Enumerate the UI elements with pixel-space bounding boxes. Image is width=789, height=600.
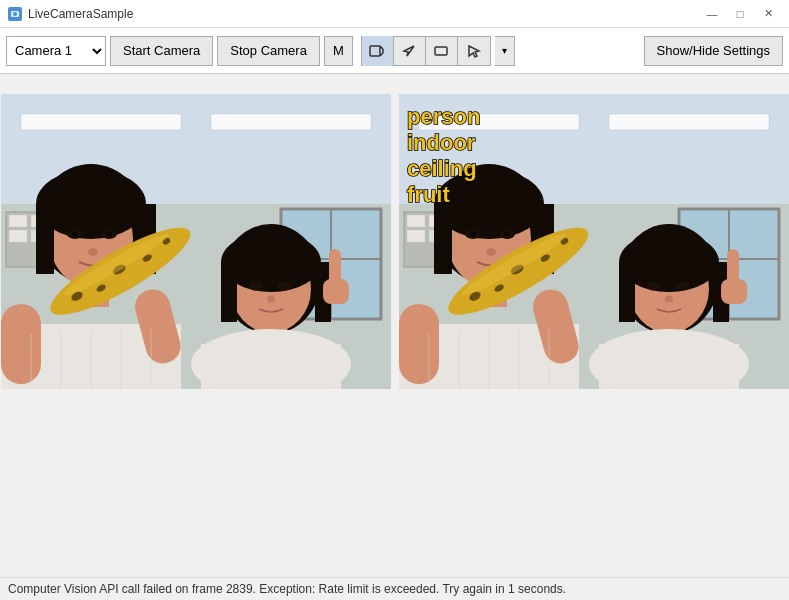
svg-rect-95: [399, 304, 439, 384]
close-button[interactable]: ✕: [755, 3, 781, 25]
svg-rect-69: [609, 114, 769, 130]
main-content: person indoor ceiling fruit: [0, 74, 789, 399]
svg-point-89: [470, 231, 476, 237]
svg-point-108: [675, 282, 689, 291]
svg-point-1: [13, 12, 17, 16]
svg-text:ceiling: ceiling: [407, 156, 477, 181]
right-camera-feed: person indoor ceiling fruit: [399, 94, 789, 389]
svg-rect-11: [21, 114, 181, 130]
left-scene-svg: [1, 94, 391, 389]
svg-point-91: [486, 248, 496, 256]
svg-rect-76: [407, 215, 425, 227]
svg-point-33: [106, 231, 112, 237]
mode-cursor-icon: [466, 43, 482, 59]
svg-rect-79: [407, 230, 425, 242]
right-scene-svg: person indoor ceiling fruit: [399, 94, 789, 389]
mode-cursor-button[interactable]: [458, 36, 490, 66]
status-bar: Computer Vision API call failed on frame…: [0, 577, 789, 600]
svg-rect-22: [9, 230, 27, 242]
svg-text:fruit: fruit: [407, 182, 450, 207]
mode-buttons-group: [361, 36, 491, 66]
svg-point-34: [88, 248, 98, 256]
svg-point-90: [504, 231, 510, 237]
toolbar: Camera 1 Camera 2 Start Camera Stop Came…: [0, 28, 789, 74]
svg-rect-85: [434, 204, 452, 274]
svg-rect-28: [36, 204, 54, 274]
svg-point-32: [72, 231, 78, 237]
mode-box-icon: [433, 43, 449, 59]
svg-point-109: [665, 296, 673, 303]
start-camera-button[interactable]: Start Camera: [110, 36, 213, 66]
svg-text:person: person: [407, 104, 480, 129]
title-bar-controls: — □ ✕: [699, 3, 781, 25]
svg-rect-12: [211, 114, 371, 130]
svg-rect-64: [323, 279, 349, 304]
mode-box-button[interactable]: [426, 36, 458, 66]
minimize-button[interactable]: —: [699, 3, 725, 25]
stop-camera-button[interactable]: Stop Camera: [217, 36, 320, 66]
svg-rect-121: [721, 279, 747, 304]
mode-tag-icon: [369, 43, 385, 59]
app-title: LiveCameraSample: [28, 7, 133, 21]
title-bar-left: LiveCameraSample: [8, 7, 133, 21]
svg-rect-19: [9, 215, 27, 227]
svg-rect-2: [370, 46, 380, 56]
more-options-button[interactable]: ▾: [495, 36, 515, 66]
camera-select[interactable]: Camera 1 Camera 2: [6, 36, 106, 66]
right-video-panel: person indoor ceiling fruit: [399, 94, 789, 389]
svg-point-107: [647, 282, 661, 291]
svg-point-51: [277, 282, 291, 291]
svg-marker-7: [469, 46, 479, 57]
status-message: Computer Vision API call failed on frame…: [8, 582, 566, 596]
show-hide-settings-button[interactable]: Show/Hide Settings: [644, 36, 783, 66]
title-bar: LiveCameraSample — □ ✕: [0, 0, 789, 28]
svg-rect-48: [221, 262, 237, 322]
svg-point-52: [267, 296, 275, 303]
mode-button[interactable]: M: [324, 36, 353, 66]
left-video-panel: [1, 94, 391, 389]
svg-text:indoor: indoor: [407, 130, 476, 155]
svg-rect-6: [435, 47, 447, 55]
svg-rect-105: [619, 262, 635, 322]
mode-arrow-icon: [401, 43, 417, 59]
mode-tag-button[interactable]: [362, 36, 394, 66]
left-camera-feed: [1, 94, 391, 389]
mode-arrow-button[interactable]: [394, 36, 426, 66]
svg-point-50: [249, 282, 263, 291]
app-icon: [8, 7, 22, 21]
maximize-button[interactable]: □: [727, 3, 753, 25]
svg-rect-38: [1, 304, 41, 384]
